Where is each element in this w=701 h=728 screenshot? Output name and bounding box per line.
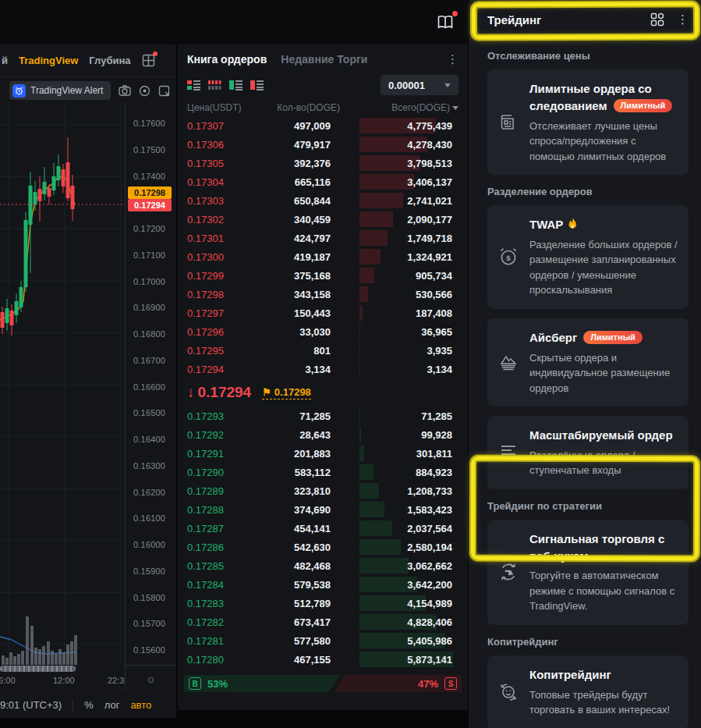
last-price[interactable]: ↓ 0.17294 (187, 384, 251, 401)
chart-layout-grid-button[interactable] (142, 54, 155, 67)
price-cell: 0.17290 (187, 467, 264, 478)
total-cell: 4,775,439 (331, 120, 452, 132)
bid-orderbook-row[interactable]: 0.17285482,4683,062,662 (178, 556, 468, 575)
price-cell: 0.17307 (187, 120, 264, 132)
screenshot-frame-button[interactable] (158, 85, 170, 97)
bid-orderbook-row[interactable]: 0.17282673,4174,828,406 (178, 613, 468, 631)
price-cell: 0.17285 (187, 560, 264, 572)
ask-orderbook-row[interactable]: 0.17302340,4592,090,177 (178, 210, 468, 229)
tool-card-twap-timer[interactable]: $TWAPРазделение больших ордеров / размещ… (487, 205, 689, 309)
axis-settings-area[interactable]: ☼ (125, 665, 176, 691)
candlestick-chart[interactable] (0, 102, 125, 665)
ask-orderbook-row[interactable]: 0.17299375,168905,734 (178, 266, 468, 285)
total-cell: 1,208,733 (331, 485, 452, 497)
sell-ratio-segment: 47% S (334, 675, 462, 692)
price-cell: 0.17303 (187, 195, 264, 207)
bid-orderbook-row[interactable]: 0.17291201,883301,811 (178, 444, 468, 463)
price-axis-label: 0.15600 (133, 645, 165, 655)
price-axis-label: 0.16100 (133, 513, 165, 523)
notification-dot (452, 11, 458, 16)
bid-orderbook-row[interactable]: 0.17287454,1412,037,564 (178, 519, 468, 538)
log-scale-button[interactable]: лог (104, 699, 120, 711)
bid-orderbook-row[interactable]: 0.17286542,6302,580,194 (178, 538, 468, 556)
bid-orderbook-row[interactable]: 0.1729228,64399,928 (178, 425, 468, 444)
time-axis-scrollbar[interactable] (0, 666, 76, 672)
price-axis[interactable]: 0.176000.175000.174000.172000.171000.170… (125, 102, 176, 691)
ask-orderbook-row[interactable]: 0.17300419,1871,324,921 (178, 247, 468, 266)
price-axis-label: 0.16900 (133, 303, 165, 312)
ask-orderbook-row[interactable]: 0.17306479,9174,278,430 (178, 135, 468, 154)
qty-cell: 323,810 (264, 485, 331, 497)
ask-orderbook-row[interactable]: 0.17298343,158530,566 (178, 285, 468, 304)
ask-orderbook-row[interactable]: 0.17307497,0094,775,439 (178, 116, 468, 135)
tradingview-alert-button[interactable]: TradingView Alert (9, 81, 111, 100)
tool-card-iceberg[interactable]: АйсбергЛимитныйСкрытые ордера и индивиду… (487, 318, 689, 407)
tool-card-scaled-order[interactable]: Масштабируемый ордерРазделённые ордера /… (487, 416, 689, 489)
ask-orderbook-row[interactable]: 0.17303650,8442,741,021 (178, 191, 468, 210)
timezone-button[interactable]: 9:01 (UTC+3) (0, 699, 62, 711)
buy-percent: 53% (207, 678, 228, 690)
card-description: Скрытые ордера и индивидуальное размещен… (529, 350, 678, 396)
view-mode-bids-icon[interactable] (229, 80, 243, 91)
bid-orderbook-row[interactable]: 0.17288374,6901,583,423 (178, 500, 468, 519)
tool-card-copytrading[interactable]: КопитрейдингТоповые трейдеры будут торго… (487, 655, 689, 728)
qty-cell: 801 (264, 345, 331, 357)
precision-dropdown[interactable]: 0.00001 (381, 75, 458, 95)
dashboard-layout-button[interactable] (650, 12, 664, 27)
percent-scale-button[interactable]: % (84, 699, 94, 711)
fire-icon (568, 218, 578, 230)
price-cell: 0.17305 (187, 158, 264, 169)
copytrading-icon (495, 666, 522, 718)
orderbook-panel-toggle-button[interactable] (436, 13, 456, 32)
ask-orderbook-row[interactable]: 0.17305392,3763,798,513 (178, 154, 468, 172)
tab-cutoff[interactable]: й (2, 55, 8, 66)
section-label: Отслеживание цены (487, 50, 689, 62)
tab-tradingview[interactable]: TradingView (19, 55, 78, 66)
record-target-button[interactable] (139, 85, 150, 97)
qty-cell: 482,468 (264, 560, 331, 572)
qty-cell: 583,112 (264, 467, 331, 478)
qty-cell: 577,580 (264, 635, 331, 647)
limit-badge: Лимитный (614, 99, 673, 112)
view-mode-both-icon[interactable] (187, 80, 200, 91)
qty-cell: 33,030 (264, 326, 331, 338)
bid-orderbook-row[interactable]: 0.17283512,7894,154,989 (178, 594, 468, 613)
grid-layout-icon (142, 54, 155, 67)
bid-orderbook-row[interactable]: 0.17284579,5383,642,200 (178, 575, 468, 594)
ask-orderbook-row[interactable]: 0.17304665,1163,406,137 (178, 172, 468, 191)
qty-cell: 467,155 (264, 654, 331, 666)
panel-menu-button[interactable]: ⋮ (677, 12, 689, 27)
bid-orderbook-row[interactable]: 0.17289323,8101,208,733 (178, 481, 468, 500)
auto-scale-button[interactable]: авто (130, 699, 151, 711)
bid-orderbook-row[interactable]: 0.17281577,5805,405,986 (178, 631, 468, 650)
col-total-sort[interactable]: Всего(DOGE) (340, 102, 458, 113)
tab-orderbook[interactable]: Книга ордеров (187, 53, 267, 66)
tab-recent-trades[interactable]: Недавние Торги (281, 53, 367, 66)
time-axis[interactable]: 06:0012:0022:3 (0, 673, 125, 689)
price-cell: 0.17301 (187, 233, 264, 244)
tools-panel-body: Отслеживание ценыЛимитные ордера со след… (469, 39, 701, 728)
tool-card-webhook-signal[interactable]: Сигнальная торговля с веб-хукомТоргуйте … (487, 520, 689, 625)
total-cell: 4,828,406 (331, 616, 452, 628)
ask-orderbook-row[interactable]: 0.17297150,443187,408 (178, 304, 468, 322)
tool-card-news-order[interactable]: Лимитные ордера со следованиемЛимитныйОт… (487, 69, 689, 175)
bid-orderbook-row[interactable]: 0.1729371,28571,285 (178, 407, 468, 425)
total-cell: 1,749,718 (331, 233, 452, 244)
qty-cell: 340,459 (264, 214, 331, 226)
ask-orderbook-row[interactable]: 0.1729633,03036,965 (178, 322, 468, 341)
bid-orderbook-row[interactable]: 0.17290583,112884,923 (178, 463, 468, 481)
snapshot-camera-button[interactable] (119, 85, 131, 96)
bid-orderbook-row[interactable]: 0.17280467,1555,873,141 (178, 650, 468, 669)
ask-orderbook-row[interactable]: 0.17301424,7971,749,718 (178, 229, 468, 247)
ask-orderbook-row[interactable]: 0.172943,1343,134 (178, 360, 468, 378)
tab-depth[interactable]: Глубина (89, 55, 130, 66)
orderbook-menu-button[interactable]: ⋮ (447, 52, 458, 66)
mark-price[interactable]: ⚑ 0.17298 (262, 386, 311, 400)
total-cell: 530,566 (331, 289, 452, 300)
view-mode-columns-icon[interactable] (208, 80, 221, 91)
view-mode-asks-icon[interactable] (250, 80, 264, 91)
price-axis-label: 0.16200 (133, 488, 165, 497)
total-cell: 1,324,921 (331, 251, 452, 263)
total-cell: 3,134 (331, 364, 452, 375)
ask-orderbook-row[interactable]: 0.172958013,935 (178, 341, 468, 360)
